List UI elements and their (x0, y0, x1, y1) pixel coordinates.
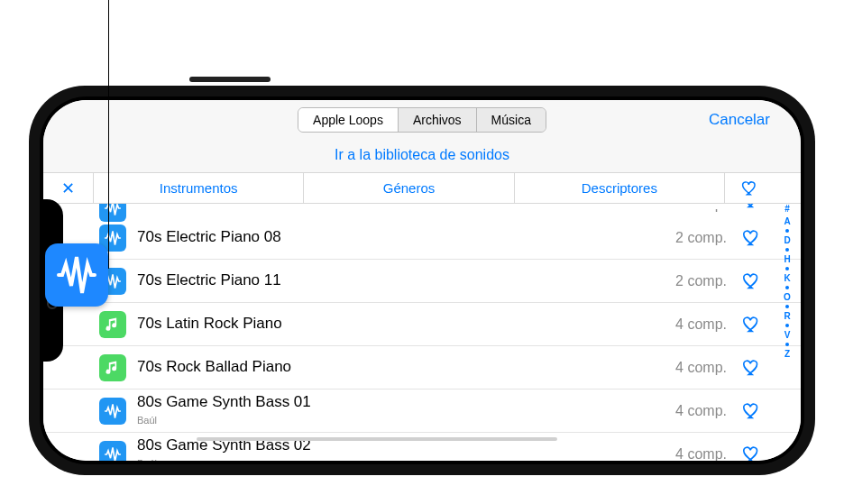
favorite-button[interactable] (739, 225, 765, 251)
cancel-button[interactable]: Cancelar (709, 100, 770, 140)
tab-apple-loops[interactable]: Apple Loops (298, 108, 399, 132)
segmented-control: Apple Loops Archivos Música (298, 107, 546, 133)
screen: Apple Loops Archivos Música Cancelar Ir … (43, 100, 801, 461)
loop-title: 70s Electric Piano 11 (137, 271, 281, 289)
index-char[interactable]: D (784, 235, 790, 245)
index-char[interactable]: K (784, 273, 790, 283)
filter-descriptores[interactable]: Descriptores (515, 173, 725, 203)
index-char[interactable]: H (784, 254, 790, 264)
loop-length: 2 comp. (675, 204, 727, 213)
loop-subtitle: Baúl (137, 415, 157, 426)
index-dot[interactable] (785, 343, 789, 346)
list-item[interactable]: 70s Electric Piano 06 2 comp. (43, 204, 801, 216)
list-item[interactable]: 70s Rock Ballad Piano 4 comp. (43, 346, 801, 389)
list-item[interactable]: 80s Game Synth Bass 01 Baúl 4 comp. (43, 389, 801, 433)
loop-list[interactable]: 70s Electric Piano 06 2 comp. 70s Electr… (43, 204, 801, 461)
index-dot[interactable] (785, 248, 789, 252)
heart-icon (741, 179, 759, 197)
phone-side-button (189, 77, 271, 82)
list-item[interactable]: 70s Electric Piano 11 2 comp. (43, 260, 801, 303)
loop-length: 4 comp. (675, 446, 727, 461)
audio-wave-icon (99, 398, 126, 425)
loop-title: 70s Latin Rock Piano (137, 315, 282, 332)
loop-length: 4 comp. (675, 403, 727, 419)
loop-title: 70s Electric Piano 08 (137, 228, 281, 245)
tab-archivos[interactable]: Archivos (399, 108, 477, 132)
filter-favorites[interactable] (725, 173, 775, 203)
favorite-button[interactable] (739, 442, 765, 461)
loop-subtitle: Baúl (137, 458, 157, 461)
filter-close-button[interactable]: ✕ (43, 173, 94, 203)
loop-title: 80s Game Synth Bass 01 (137, 393, 311, 410)
audio-wave-icon (99, 441, 126, 461)
loop-length: 2 comp. (675, 230, 727, 246)
index-char[interactable]: Z (784, 349, 790, 359)
phone-bezel: Apple Loops Archivos Música Cancelar Ir … (40, 96, 804, 464)
tab-musica[interactable]: Música (477, 108, 546, 132)
list-item[interactable]: 70s Electric Piano 08 2 comp. (43, 216, 801, 260)
index-char[interactable]: # (784, 204, 790, 214)
filter-spacer (775, 173, 801, 203)
list-item[interactable]: 70s Latin Rock Piano 4 comp. (43, 303, 801, 346)
midi-note-icon (99, 354, 126, 381)
alphabet-index[interactable]: # A D H K O R V Z (781, 204, 794, 359)
index-char[interactable]: A (784, 216, 790, 226)
index-char[interactable]: O (784, 292, 791, 302)
favorite-button[interactable] (739, 399, 765, 424)
audio-wave-icon (55, 253, 98, 297)
loop-length: 2 comp. (675, 273, 727, 289)
index-dot[interactable] (785, 324, 789, 327)
favorite-button[interactable] (739, 355, 765, 380)
filter-bar: ✕ Instrumentos Géneros Descriptores (43, 173, 801, 204)
favorite-button[interactable] (739, 204, 765, 213)
filter-generos[interactable]: Géneros (304, 173, 514, 203)
loop-length: 4 comp. (675, 316, 727, 333)
index-dot[interactable] (785, 267, 789, 270)
loop-length: 4 comp. (675, 360, 727, 376)
loop-title: 70s Rock Ballad Piano (137, 358, 291, 375)
index-dot[interactable] (785, 305, 789, 308)
index-dot[interactable] (785, 286, 789, 289)
midi-note-icon (99, 311, 126, 338)
top-bar: Apple Loops Archivos Música Cancelar (43, 100, 801, 140)
loop-title: 70s Electric Piano 06 (137, 204, 281, 205)
dragged-loop-icon[interactable] (45, 243, 108, 307)
horizontal-scroll-indicator[interactable] (197, 437, 557, 441)
phone-frame: Apple Loops Archivos Música Cancelar Ir … (29, 86, 815, 475)
index-char[interactable]: V (784, 330, 791, 340)
callout-line (108, 0, 109, 269)
favorite-button[interactable] (739, 312, 765, 337)
sound-library-link[interactable]: Ir a la biblioteca de sonidos (43, 140, 801, 173)
filter-instrumentos[interactable]: Instrumentos (94, 173, 304, 203)
index-dot[interactable] (785, 229, 789, 233)
index-char[interactable]: R (784, 311, 790, 321)
favorite-button[interactable] (739, 269, 765, 294)
